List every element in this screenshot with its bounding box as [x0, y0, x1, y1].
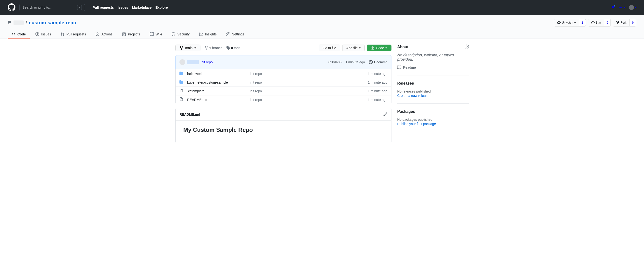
code-download-button[interactable]: Code — [366, 44, 392, 51]
path-separator: / — [26, 20, 27, 25]
caret-down-icon — [194, 47, 196, 48]
file-commit-msg[interactable]: init repo — [250, 80, 262, 84]
nav-issues[interactable]: Issues — [118, 5, 128, 9]
star-button[interactable]: Star — [588, 19, 604, 26]
tab-code[interactable]: Code — [8, 30, 30, 38]
releases-heading: Releases — [397, 81, 414, 86]
watch-label: Unwatch — [562, 20, 573, 25]
file-tree-box: init repo 698da35 1 minute ago 1 commit … — [175, 55, 392, 104]
author-avatar[interactable] — [180, 59, 185, 65]
caret-down-icon — [386, 47, 387, 48]
file-age: 1 minute ago — [368, 80, 387, 84]
file-name-link[interactable]: hello-world — [187, 72, 204, 76]
go-to-file-button[interactable]: Go to file — [318, 44, 340, 51]
edit-readme-button[interactable] — [384, 112, 387, 117]
repo-tabs: Code Issues Pull requests Actions Projec… — [8, 30, 636, 38]
owner-redacted[interactable] — [14, 20, 24, 25]
file-row: README.mdinit repo1 minute ago — [176, 95, 391, 104]
branch-word: branch — [212, 46, 222, 50]
commit-message-link[interactable]: init repo — [201, 60, 213, 64]
add-file-button[interactable]: Add file — [342, 44, 365, 51]
fork-button[interactable]: Fork — [613, 19, 630, 26]
svg-rect-4 — [123, 33, 124, 35]
file-row: kubernetes-custom-sampleinit repo1 minut… — [176, 78, 391, 86]
user-menu[interactable] — [629, 5, 636, 10]
tags-link[interactable]: 0 tags — [226, 46, 240, 50]
tab-insights[interactable]: Insights — [195, 30, 220, 38]
file-age: 1 minute ago — [368, 98, 387, 102]
notification-dot — [613, 4, 616, 7]
caret-down-icon — [359, 47, 360, 48]
about-heading: About — [397, 45, 408, 49]
file-age: 1 minute ago — [368, 89, 387, 93]
tab-label: Actions — [101, 32, 112, 36]
forks-count[interactable]: 0 — [630, 19, 636, 26]
sidebar: About No description, website, or topics… — [397, 44, 469, 143]
tab-issues[interactable]: Issues — [32, 30, 55, 38]
caret-down-icon — [574, 22, 576, 23]
tab-settings[interactable]: Settings — [222, 30, 248, 38]
github-logo[interactable] — [8, 3, 16, 12]
file-commit-msg[interactable]: init repo — [250, 72, 262, 76]
author-redacted[interactable] — [187, 60, 199, 64]
code-label: Code — [376, 46, 384, 50]
commit-age[interactable]: 1 minute ago — [346, 60, 365, 64]
svg-rect-5 — [124, 33, 124, 34]
tab-wiki[interactable]: Wiki — [146, 30, 166, 38]
branches-link[interactable]: 1 branch — [204, 46, 222, 50]
watch-button[interactable]: Unwatch — [554, 19, 579, 26]
nav-explore[interactable]: Explore — [155, 5, 168, 9]
readme-link[interactable]: Readme — [397, 65, 469, 69]
create-release-link[interactable]: Create a new release — [397, 94, 429, 98]
publish-package-link[interactable]: Publish your first package — [397, 122, 436, 126]
file-row: .cctemplateinit repo1 minute ago — [176, 86, 391, 95]
commit-word: commit — [376, 60, 387, 64]
caret-down-icon — [634, 7, 636, 8]
tab-projects[interactable]: Projects — [118, 30, 144, 38]
file-name-link[interactable]: README.md — [187, 98, 207, 102]
search-box[interactable]: / — [19, 4, 85, 11]
file-commit-msg[interactable]: init repo — [250, 98, 262, 102]
tab-label: Issues — [41, 32, 51, 36]
readme-heading: My Custom Sample Repo — [183, 127, 384, 133]
tab-actions[interactable]: Actions — [92, 30, 116, 38]
releases-empty-text: No releases published — [397, 89, 469, 93]
current-branch: main — [185, 46, 192, 50]
svg-point-1 — [37, 34, 38, 35]
tab-label: Pull requests — [66, 32, 86, 36]
repohead: / custom-sample-repo Unwatch 1 Star 0 — [0, 15, 644, 39]
file-icon — [180, 89, 183, 93]
commits-link[interactable]: 1 commit — [369, 60, 387, 64]
user-avatar — [629, 5, 634, 10]
readme-filename[interactable]: README.md — [180, 113, 200, 116]
slash-key-hint: / — [77, 5, 82, 10]
about-settings-button[interactable] — [465, 44, 469, 49]
tab-security[interactable]: Security — [168, 30, 194, 38]
tab-label: Security — [177, 32, 190, 36]
search-input[interactable] — [22, 5, 77, 9]
packages-heading: Packages — [397, 109, 415, 114]
branch-select-menu[interactable]: main — [175, 44, 200, 51]
file-age: 1 minute ago — [368, 72, 387, 76]
readme-link-label: Readme — [403, 65, 416, 69]
commit-sha-link[interactable]: 698da35 — [328, 60, 342, 64]
create-new-menu[interactable] — [619, 5, 625, 9]
about-description: No description, website, or topics provi… — [397, 53, 469, 62]
nav-marketplace[interactable]: Marketplace — [132, 5, 152, 9]
nav-pull-requests[interactable]: Pull requests — [92, 5, 114, 9]
file-icon — [180, 97, 183, 102]
file-commit-msg[interactable]: init repo — [250, 89, 262, 93]
tab-pull-requests[interactable]: Pull requests — [57, 30, 90, 38]
caret-down-icon — [623, 7, 625, 8]
watchers-count[interactable]: 1 — [579, 19, 586, 26]
notifications-button[interactable] — [611, 5, 615, 10]
file-name-link[interactable]: kubernetes-custom-sample — [187, 80, 228, 84]
stars-count[interactable]: 0 — [604, 19, 611, 26]
repo-name-link[interactable]: custom-sample-repo — [29, 20, 76, 25]
branch-count: 1 — [209, 46, 211, 50]
header-nav: Pull requests Issues Marketplace Explore — [92, 5, 168, 9]
file-name-link[interactable]: .cctemplate — [187, 89, 204, 93]
file-row: hello-worldinit repo1 minute ago — [176, 69, 391, 78]
tab-label: Wiki — [156, 32, 162, 36]
commit-count-number: 1 — [374, 60, 376, 64]
